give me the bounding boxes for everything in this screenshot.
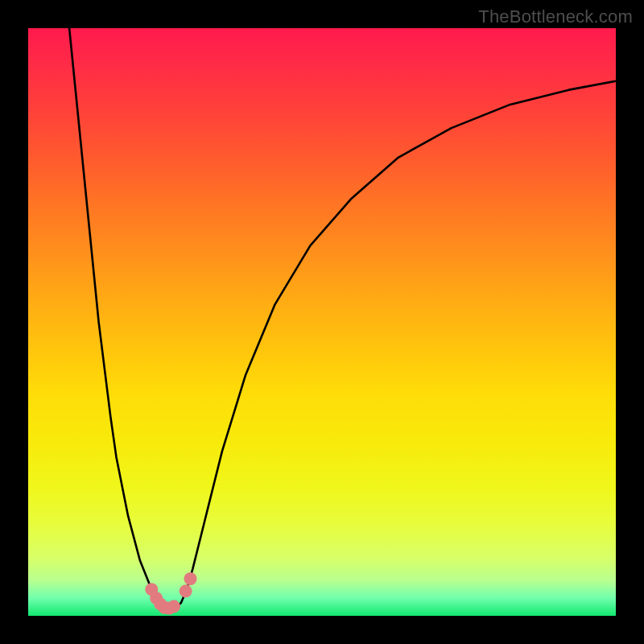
- chart-frame: TheBottleneck.com: [0, 0, 644, 644]
- bottleneck-curve-line: [69, 28, 616, 608]
- highlight-dot: [184, 572, 196, 585]
- highlight-dot: [180, 584, 192, 597]
- watermark-label: TheBottleneck.com: [478, 6, 633, 27]
- bottleneck-curve-svg: [28, 28, 616, 616]
- highlight-marker-group: [145, 572, 196, 615]
- plot-area: [28, 28, 616, 616]
- highlight-dot: [167, 600, 180, 613]
